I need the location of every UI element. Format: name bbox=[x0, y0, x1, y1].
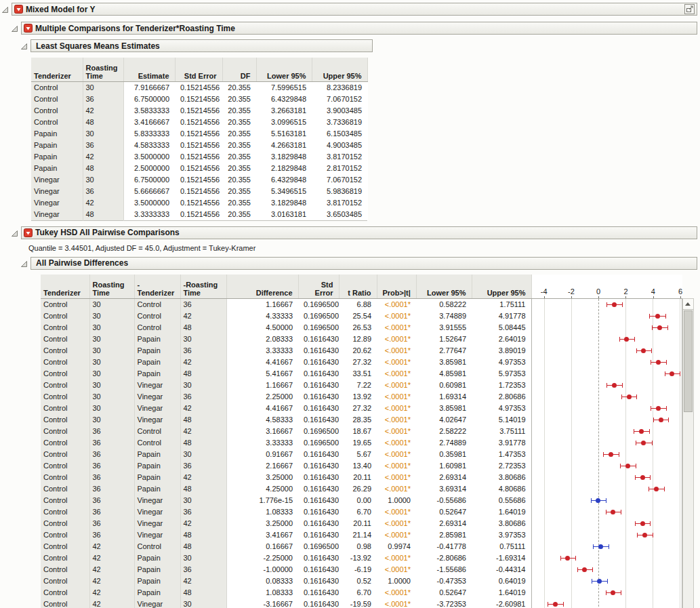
ci-lower-cap bbox=[648, 487, 649, 491]
cell: 0.15214556 bbox=[175, 197, 222, 209]
cell: Control bbox=[134, 426, 180, 437]
ci-upper-cap bbox=[622, 383, 623, 388]
cell: 0.98 bbox=[339, 541, 377, 552]
axis-tick-mark bbox=[653, 296, 654, 298]
lsm-titlebar: Least Squares Means Estimates bbox=[30, 39, 373, 52]
disclosure-triangle-icon[interactable] bbox=[11, 24, 20, 33]
difference-point bbox=[670, 371, 674, 376]
mixed-model-section-header: Mixed Model for Y bbox=[1, 3, 697, 16]
cell: 0.15214556 bbox=[175, 174, 222, 186]
difference-point bbox=[641, 441, 646, 445]
confidence-interval-marker bbox=[532, 541, 682, 552]
table-row[interactable]: Vinegar483.33333330.1521455620.3553.0163… bbox=[31, 209, 367, 221]
cell: 8.2336819 bbox=[312, 81, 367, 94]
table-row[interactable]: Control366.75000000.1521455620.3556.4329… bbox=[31, 94, 367, 105]
cell: <.0001* bbox=[377, 460, 416, 472]
cell: 3.75111 bbox=[472, 426, 531, 437]
cell: 4.80686 bbox=[472, 483, 531, 495]
cell: <.0001* bbox=[377, 552, 416, 564]
table-row[interactable]: Control30Control361.166670.16965006.88<.… bbox=[41, 298, 682, 310]
cell: 1.0000 bbox=[377, 575, 416, 587]
cell: 0.15214556 bbox=[175, 140, 222, 151]
cell: 33.51 bbox=[339, 368, 377, 380]
cell: 42 bbox=[89, 564, 134, 575]
cell: 4.5833333 bbox=[123, 140, 175, 151]
multiple-comparisons-titlebar: Multiple Comparisons for Tenderizer*Roas… bbox=[21, 22, 697, 35]
ci-lower-cap bbox=[592, 579, 592, 584]
red-triangle-menu-icon[interactable] bbox=[14, 5, 23, 14]
cell: Control bbox=[41, 437, 89, 449]
scrollbar-up-button[interactable] bbox=[683, 299, 693, 310]
cell: 36 bbox=[89, 529, 134, 541]
cell: 0.1616430 bbox=[298, 518, 339, 529]
table-row[interactable]: Control483.41666670.1521455620.3553.0996… bbox=[31, 117, 367, 128]
cell: 0.1616430 bbox=[298, 483, 339, 495]
cell: 20.355 bbox=[222, 94, 256, 105]
cell: Control bbox=[41, 483, 89, 495]
cell: 0.60981 bbox=[416, 380, 472, 391]
cell: 7.9166667 bbox=[123, 81, 175, 94]
cell: 3.25000 bbox=[226, 518, 298, 529]
cell: <.0001* bbox=[377, 333, 416, 345]
cell: 36 bbox=[89, 449, 134, 460]
cell: 36 bbox=[89, 506, 134, 518]
table-row[interactable]: Vinegar365.66666670.1521455620.3555.3496… bbox=[31, 186, 367, 197]
cell: Papain bbox=[134, 564, 180, 575]
ci-lower-cap bbox=[591, 498, 592, 503]
ci-upper-cap bbox=[666, 406, 667, 411]
cell: 0.1616430 bbox=[298, 403, 339, 414]
cell: 42 bbox=[180, 518, 226, 529]
cell: 3.97353 bbox=[472, 529, 531, 541]
cell: -0.55686 bbox=[416, 495, 472, 506]
cell: Papain bbox=[134, 575, 180, 587]
cell: 36 bbox=[89, 437, 134, 449]
disclosure-triangle-icon[interactable] bbox=[20, 41, 29, 50]
difference-point bbox=[612, 302, 617, 307]
table-row[interactable]: Papain482.50000000.1521455620.3552.18298… bbox=[31, 163, 367, 174]
column-header: Std Error bbox=[175, 58, 222, 81]
table-row[interactable]: Control423.58333330.1521455620.3553.2663… bbox=[31, 105, 367, 117]
confidence-interval-marker bbox=[532, 564, 682, 575]
cell: 4.91778 bbox=[472, 310, 531, 322]
disclosure-triangle-icon[interactable] bbox=[1, 5, 10, 14]
cell: 42 bbox=[89, 552, 134, 564]
plot-scrollbar[interactable] bbox=[682, 298, 694, 608]
red-triangle-menu-icon[interactable] bbox=[24, 228, 33, 237]
cell: 42 bbox=[180, 472, 226, 483]
cell: 7.5996515 bbox=[256, 81, 312, 94]
cell: 5.6666667 bbox=[123, 186, 175, 197]
cell: <.0001* bbox=[377, 599, 416, 608]
table-row[interactable]: Vinegar306.75000000.1521455620.3556.4329… bbox=[31, 174, 367, 186]
table-row[interactable]: Papain305.83333330.1521455620.3555.51631… bbox=[31, 128, 367, 140]
ci-upper-cap bbox=[680, 371, 680, 376]
disclosure-triangle-icon[interactable] bbox=[20, 259, 29, 268]
table-row[interactable]: Papain423.50000000.1521455620.3553.18298… bbox=[31, 151, 367, 163]
cell: 36 bbox=[83, 94, 123, 105]
table-row[interactable]: Vinegar423.50000000.1521455620.3553.1829… bbox=[31, 197, 367, 209]
cell: 48 bbox=[180, 483, 226, 495]
cell: 30 bbox=[89, 345, 134, 357]
ci-lower-cap bbox=[621, 394, 622, 399]
cell: 2.80686 bbox=[472, 391, 531, 403]
cell: <.0001* bbox=[377, 345, 416, 357]
ci-upper-cap bbox=[652, 441, 653, 445]
confidence-interval-marker bbox=[532, 403, 682, 414]
axis-tick-label: 6 bbox=[678, 287, 682, 296]
cell: 20.355 bbox=[222, 197, 256, 209]
table-row[interactable]: Control307.91666670.1521455620.3557.5996… bbox=[31, 81, 367, 94]
cell: Vinegar bbox=[31, 197, 83, 209]
cell: Control bbox=[41, 564, 89, 575]
window-zoom-button[interactable] bbox=[684, 4, 695, 14]
table-row[interactable]: Papain364.58333330.1521455620.3554.26631… bbox=[31, 140, 367, 151]
ci-upper-cap bbox=[563, 602, 564, 607]
lsm-title: Least Squares Means Estimates bbox=[36, 41, 160, 51]
cell: 30 bbox=[89, 380, 134, 391]
scrollbar-track[interactable] bbox=[683, 310, 693, 608]
cell: <.0001* bbox=[377, 380, 416, 391]
disclosure-triangle-icon[interactable] bbox=[11, 228, 20, 237]
axis-tick-mark bbox=[680, 296, 681, 298]
cell: Vinegar bbox=[134, 380, 180, 391]
red-triangle-menu-icon[interactable] bbox=[24, 24, 33, 33]
scrollbar-thumb[interactable] bbox=[684, 310, 693, 412]
cell: Control bbox=[41, 391, 89, 403]
